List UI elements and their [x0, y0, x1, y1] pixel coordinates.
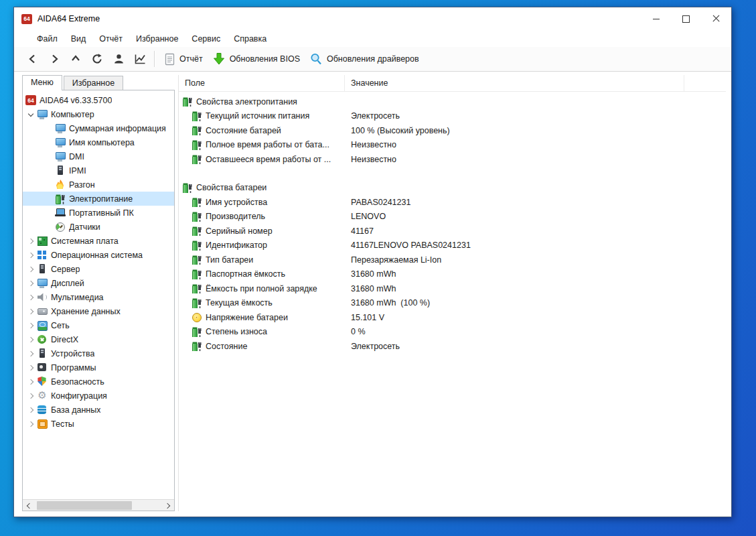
- menu-item[interactable]: Сервис: [185, 32, 227, 46]
- tree-item[interactable]: Датчики: [23, 220, 174, 234]
- tree-expander-icon[interactable]: [25, 306, 37, 317]
- tree-item[interactable]: IPMI: [23, 163, 174, 178]
- tree-item[interactable]: Разгон: [23, 178, 174, 192]
- tree-item[interactable]: Имя компьютера: [23, 135, 174, 149]
- menu-item[interactable]: Справка: [227, 32, 273, 46]
- tree-expander-icon[interactable]: [25, 376, 37, 387]
- row-value: 31680 mWh: [345, 284, 726, 293]
- table-row[interactable]: Имя устройства PABAS0241231: [179, 195, 726, 210]
- tree-expander-icon[interactable]: [25, 235, 37, 247]
- table-row[interactable]: Свойства батареи: [179, 181, 726, 196]
- green-download-arrow-icon: [212, 52, 226, 66]
- table-row[interactable]: Текущий источник питания Электросеть: [179, 109, 726, 124]
- scrollbar-thumb[interactable]: [37, 501, 132, 510]
- laptop-icon: [55, 208, 66, 218]
- tree-item[interactable]: Хранение данных: [23, 304, 174, 318]
- report-button[interactable]: Отчёт: [160, 50, 208, 69]
- scroll-left-arrow-icon[interactable]: [23, 500, 34, 511]
- table-row[interactable]: Состояние Электросеть: [179, 339, 726, 354]
- toolbar-separator: [154, 51, 155, 67]
- sensors-gauge-icon: [55, 222, 66, 232]
- table-row[interactable]: Полное время работы от бата... Неизвестн…: [179, 138, 726, 153]
- tree-item[interactable]: Сеть: [23, 318, 174, 332]
- storage-icon: [37, 306, 48, 316]
- tree-item[interactable]: Тесты: [23, 417, 174, 431]
- table-row[interactable]: Идентификатор 41167LENOVO PABAS0241231: [179, 239, 726, 253]
- maximize-button[interactable]: [671, 7, 701, 30]
- tree-item[interactable]: Конфигурация: [23, 389, 174, 403]
- computer-icon: [37, 109, 48, 119]
- tree-expander-icon[interactable]: [25, 277, 37, 289]
- table-row[interactable]: Производитель LENOVO: [179, 210, 726, 224]
- tree-item[interactable]: Устройства: [23, 346, 174, 360]
- tree-item[interactable]: DirectX: [23, 332, 174, 346]
- table-row[interactable]: [179, 167, 726, 181]
- sidebar-tabs: Меню Избранное: [22, 75, 175, 90]
- battery-plug-icon: [192, 255, 202, 265]
- tree-item[interactable]: Сервер: [23, 262, 174, 276]
- scroll-right-arrow-icon[interactable]: [163, 500, 174, 511]
- tree-item[interactable]: Суммарная информация: [23, 121, 174, 135]
- tree-expander-icon[interactable]: [25, 263, 37, 275]
- tree-expander-icon[interactable]: [25, 418, 37, 429]
- tree-item[interactable]: Безопасность: [23, 375, 174, 389]
- table-row[interactable]: Свойства электропитания: [179, 94, 726, 109]
- tree-expander-icon[interactable]: [25, 390, 37, 401]
- tree-expander-icon[interactable]: [25, 404, 37, 415]
- tree-item[interactable]: Программы: [23, 360, 174, 375]
- tab-menu[interactable]: Меню: [22, 75, 62, 90]
- up-icon: [70, 53, 82, 65]
- back-button[interactable]: [22, 50, 44, 68]
- forward-button[interactable]: [44, 50, 65, 68]
- table-row[interactable]: Состояние батарей 100 % (Высокий уровень…: [179, 123, 726, 138]
- table-row[interactable]: Оставшееся время работы от ... Неизвестн…: [179, 152, 726, 167]
- minimize-button[interactable]: [641, 7, 671, 30]
- table-row[interactable]: Паспортная ёмкость 31680 mWh: [179, 267, 726, 282]
- row-label: Тип батареи: [206, 255, 253, 265]
- column-header-value[interactable]: Значение: [345, 75, 684, 91]
- driver-updates-button[interactable]: Обновления драйверов: [305, 49, 424, 69]
- tree-expander-icon[interactable]: [25, 348, 37, 359]
- tree-item[interactable]: Электропитание: [23, 192, 174, 206]
- user-button[interactable]: [108, 50, 129, 68]
- tree-expander-icon[interactable]: [25, 320, 37, 331]
- tree-expander-icon[interactable]: [25, 109, 37, 120]
- close-button[interactable]: [701, 7, 731, 30]
- tree-item[interactable]: AIDA64 v6.33.5700: [23, 93, 174, 107]
- horizontal-scrollbar[interactable]: [23, 499, 174, 511]
- battery-plug-icon: [182, 183, 193, 193]
- bios-updates-button[interactable]: Обновления BIOS: [208, 49, 305, 69]
- tree-expander-icon[interactable]: [25, 334, 37, 345]
- tree-item[interactable]: Системная плата: [23, 234, 174, 248]
- power-battery-plug-icon: [55, 194, 66, 204]
- tree-item[interactable]: Портативный ПК: [23, 206, 174, 220]
- menu-item[interactable]: Избранное: [129, 32, 185, 46]
- tree-item[interactable]: Дисплей: [23, 276, 174, 290]
- table-row[interactable]: Серийный номер 41167: [179, 224, 726, 239]
- refresh-button[interactable]: [86, 50, 108, 68]
- tree-item[interactable]: DMI: [23, 149, 174, 163]
- tree-item[interactable]: Операционная система: [23, 248, 174, 262]
- tree-expander-icon[interactable]: [25, 362, 37, 373]
- table-row[interactable]: Степень износа 0 %: [179, 325, 726, 340]
- tab-favorites[interactable]: Избранное: [64, 76, 123, 90]
- bios-updates-label: Обновления BIOS: [230, 54, 300, 64]
- tree-item[interactable]: Компьютер: [23, 107, 174, 121]
- column-header-field[interactable]: Поле: [179, 75, 345, 91]
- table-row[interactable]: Напряжение батареи 15.101 V: [179, 310, 726, 325]
- table-row[interactable]: Тип батареи Перезаряжаемая Li-Ion: [179, 253, 726, 267]
- tree-expander-icon[interactable]: [25, 249, 37, 261]
- tree-item-label: Безопасность: [51, 377, 104, 387]
- tree-expander-icon[interactable]: [25, 291, 37, 303]
- back-icon: [27, 53, 39, 65]
- menu-item[interactable]: Вид: [64, 32, 93, 46]
- table-row[interactable]: Ёмкость при полной зарядке 31680 mWh: [179, 281, 726, 296]
- tree-item[interactable]: База данных: [23, 403, 174, 417]
- tree-item[interactable]: Мультимедиа: [23, 290, 174, 304]
- menu-item[interactable]: Файл: [30, 32, 64, 46]
- window-controls: [641, 7, 731, 30]
- menu-item[interactable]: Отчёт: [92, 32, 129, 46]
- chart-button[interactable]: [129, 50, 151, 68]
- table-row[interactable]: Текущая ёмкость 31680 mWh (100 %): [179, 296, 726, 311]
- up-button[interactable]: [65, 50, 86, 68]
